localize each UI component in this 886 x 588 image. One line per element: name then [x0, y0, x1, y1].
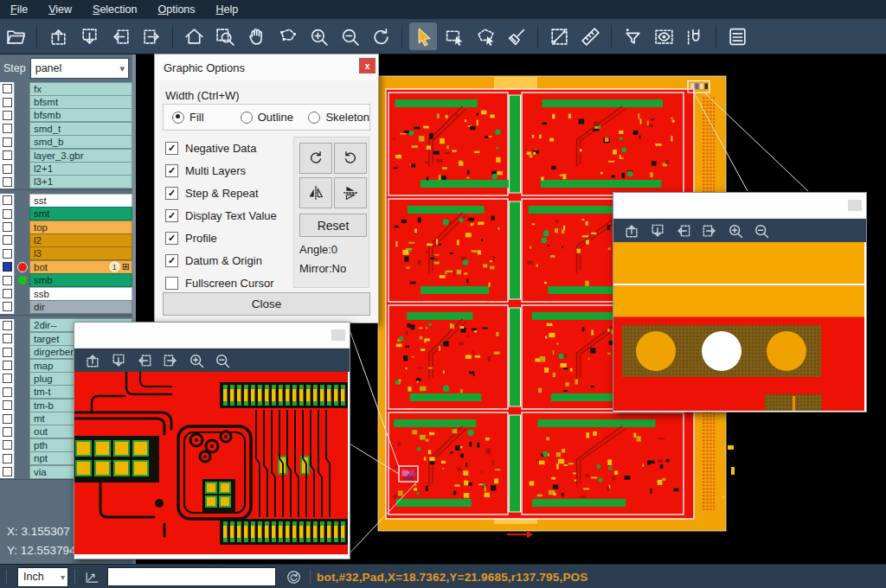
- reset-button[interactable]: Reset: [299, 214, 367, 237]
- layer-indicator[interactable]: [15, 82, 29, 95]
- pan-down-icon[interactable]: [645, 220, 671, 241]
- magnifier-title-bar[interactable]: [74, 323, 350, 348]
- clean-tool-icon[interactable]: [503, 22, 530, 50]
- mirror-horizontal-icon[interactable]: [299, 177, 332, 208]
- layer-row-dir[interactable]: dir: [0, 300, 134, 313]
- layer-row-layer_3.gbr[interactable]: layer_3.gbr: [0, 149, 134, 162]
- pan-down-icon[interactable]: [75, 22, 103, 50]
- zoom-window-icon[interactable]: [211, 22, 239, 50]
- layer-indicator[interactable]: [15, 220, 29, 233]
- layer-name[interactable]: l3+1: [29, 175, 132, 189]
- checkbox-negative-data[interactable]: ✓Negative Data: [165, 137, 277, 159]
- layer-list-icon[interactable]: [723, 22, 751, 50]
- layer-name[interactable]: top: [29, 220, 132, 234]
- layer-checkbox[interactable]: [3, 334, 12, 343]
- layer-checkbox[interactable]: [3, 348, 12, 357]
- open-file-icon[interactable]: [2, 22, 29, 50]
- layer-row-l3+1[interactable]: l3+1: [0, 176, 134, 189]
- ruler-icon[interactable]: [576, 22, 604, 50]
- layer-checkbox[interactable]: [3, 321, 12, 330]
- layer-name[interactable]: l2: [29, 233, 132, 247]
- zoom-in-icon[interactable]: [305, 22, 332, 50]
- grid-icon[interactable]: ⊞: [122, 262, 130, 272]
- pan-left-icon[interactable]: [671, 220, 697, 241]
- zoom-in-icon[interactable]: [722, 220, 748, 241]
- mirror-vertical-icon[interactable]: [334, 177, 367, 208]
- layer-indicator[interactable]: [15, 425, 29, 438]
- layer-indicator[interactable]: [15, 386, 29, 399]
- pan-hand-icon[interactable]: [242, 22, 270, 50]
- layer-row-top[interactable]: top: [0, 220, 134, 233]
- popup-window-button[interactable]: [848, 200, 862, 211]
- poly-select-icon[interactable]: [472, 22, 499, 50]
- highlight-view-icon[interactable]: [650, 22, 677, 50]
- pan-up-icon[interactable]: [44, 22, 72, 50]
- layer-name[interactable]: bot1⊞: [29, 260, 132, 274]
- layer-indicator[interactable]: [15, 162, 29, 175]
- magnifier-popup-detail[interactable]: [74, 322, 350, 559]
- layer-checkbox[interactable]: [3, 195, 12, 205]
- layer-row-smd_b[interactable]: smd_b: [0, 136, 134, 149]
- layer-indicator[interactable]: [15, 122, 29, 135]
- layer-name[interactable]: ssb: [29, 287, 132, 301]
- layer-name[interactable]: dir: [29, 300, 132, 314]
- pan-right-icon[interactable]: [138, 22, 165, 50]
- layer-indicator[interactable]: [15, 208, 29, 220]
- checkbox-display-text-value[interactable]: ✓Display Text Value: [165, 204, 277, 227]
- layer-row-bfsmt[interactable]: bfsmt: [0, 95, 134, 108]
- layer-name[interactable]: bfsmb: [29, 108, 132, 122]
- measure-line-icon[interactable]: [545, 22, 573, 50]
- layer-name[interactable]: fx: [29, 82, 132, 96]
- layer-checkbox[interactable]: [3, 276, 12, 285]
- layer-name[interactable]: l2+1: [29, 162, 132, 176]
- layer-checkbox[interactable]: [3, 235, 12, 245]
- pan-right-icon[interactable]: [697, 220, 722, 241]
- zoom-previous-icon[interactable]: [367, 22, 395, 50]
- filter-icon[interactable]: [619, 22, 646, 50]
- layer-indicator[interactable]: [15, 136, 29, 149]
- layer-indicator[interactable]: [15, 149, 29, 162]
- layer-checkbox[interactable]: [3, 137, 12, 147]
- cursor-select-icon[interactable]: [409, 22, 437, 50]
- layer-row-l2[interactable]: l2: [0, 233, 134, 246]
- layer-row-fx[interactable]: fx: [0, 82, 134, 95]
- layer-indicator[interactable]: [15, 359, 29, 372]
- menu-item-options[interactable]: Options: [147, 0, 205, 19]
- layer-checkbox[interactable]: [3, 440, 12, 450]
- layer-indicator[interactable]: [15, 194, 29, 207]
- menu-item-file[interactable]: File: [0, 0, 38, 19]
- layer-checkbox[interactable]: [3, 164, 12, 174]
- layer-row-smt[interactable]: smt: [0, 208, 134, 220]
- zoom-out-icon[interactable]: [336, 22, 363, 50]
- dialog-title-bar[interactable]: Graphic Options x: [155, 54, 378, 80]
- rotate-cw-icon[interactable]: [299, 143, 332, 174]
- layer-indicator[interactable]: [15, 233, 29, 246]
- command-input[interactable]: [107, 567, 276, 586]
- close-icon[interactable]: x: [359, 58, 376, 74]
- layer-name[interactable]: sst: [29, 194, 132, 208]
- layer-checkbox[interactable]: [3, 414, 12, 424]
- layer-checkbox[interactable]: [3, 249, 12, 259]
- layer-indicator[interactable]: [15, 260, 29, 273]
- layer-checkbox[interactable]: [3, 124, 12, 133]
- layer-checkbox[interactable]: [3, 177, 12, 187]
- layer-checkbox[interactable]: [3, 150, 12, 160]
- rotate-ccw-icon[interactable]: [334, 143, 367, 174]
- layer-indicator[interactable]: [15, 438, 29, 451]
- radio-fill[interactable]: Fill: [172, 111, 232, 124]
- layer-indicator[interactable]: [15, 109, 29, 122]
- magnifier-view[interactable]: [613, 242, 864, 411]
- zoom-in-icon[interactable]: [183, 350, 209, 371]
- unit-select[interactable]: Inch ▾: [17, 567, 68, 587]
- menu-item-help[interactable]: Help: [206, 0, 249, 19]
- dialog-close-button[interactable]: Close: [163, 292, 370, 316]
- radio-outline[interactable]: Outline: [241, 111, 300, 124]
- layer-indicator[interactable]: [15, 332, 29, 345]
- layer-name[interactable]: smt: [29, 207, 132, 220]
- refresh-icon[interactable]: [283, 569, 304, 585]
- checkbox-step-repeat[interactable]: ✓Step & Repeat: [165, 182, 277, 204]
- layer-name[interactable]: smd_b: [29, 135, 132, 149]
- layer-checkbox[interactable]: [3, 454, 12, 463]
- pan-right-icon[interactable]: [157, 350, 183, 371]
- layer-checkbox[interactable]: [3, 387, 12, 397]
